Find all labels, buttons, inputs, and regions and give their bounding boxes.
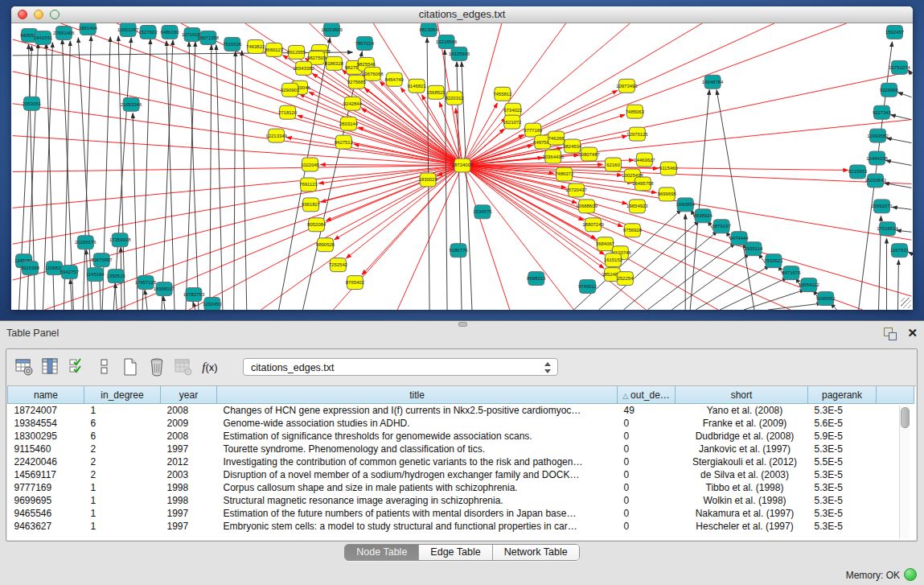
graph-node[interactable]: 12093582 [867, 129, 889, 142]
graph-node[interactable]: 2935114 [745, 242, 763, 256]
graph-node[interactable]: 5942757 [60, 266, 80, 279]
table-row[interactable]: 1938455462009Genome-wide association stu… [8, 417, 914, 430]
tab-network-table[interactable]: Network Table [493, 545, 579, 560]
graph-node[interactable]: 17016514 [877, 222, 898, 236]
graph-node[interactable]: 16671358 [198, 31, 220, 44]
graph-node[interactable]: 8427512 [335, 135, 354, 149]
graph-node[interactable]: 9699695 [658, 187, 677, 201]
graph-node[interactable]: 9361827 [302, 198, 321, 212]
graph-node[interactable]: 9756928 [623, 224, 643, 237]
graph-node[interactable]: 7691123 [299, 178, 318, 192]
graph-node[interactable]: 9890526 [316, 238, 335, 252]
graph-node[interactable]: 14463627 [634, 153, 655, 167]
graph-node[interactable]: 16210643 [864, 174, 886, 187]
graph-node[interactable]: 19218596 [436, 35, 458, 48]
graph-node[interactable]: 7455812 [493, 87, 512, 101]
table-scrollbar[interactable] [899, 406, 910, 538]
graph-node[interactable]: 17359928 [109, 233, 131, 247]
column-header-short[interactable]: short [676, 386, 808, 404]
function-builder-icon[interactable]: f(x) [199, 356, 221, 378]
graph-node[interactable]: 252254 [617, 272, 634, 286]
column-header-pagerank[interactable]: pagerank [808, 386, 877, 404]
table-row[interactable]: 1456911722003Disruption of a novel membe… [8, 468, 914, 481]
graph-node[interactable]: 8471676 [782, 266, 801, 280]
graph-node[interactable]: 1941551 [34, 31, 53, 44]
graph-node[interactable]: 16648784 [702, 75, 724, 89]
graph-node[interactable]: 2718120 [278, 105, 298, 119]
graph-node[interactable]: 1145194 [86, 268, 105, 282]
graph-node[interactable]: 1621072 [503, 115, 522, 129]
graph-node[interactable]: 62160 [606, 158, 622, 171]
graph-node[interactable]: 12444158 [866, 151, 888, 165]
graph-node[interactable]: 12975125 [626, 127, 648, 141]
graph-node[interactable]: 1167533 [890, 244, 909, 257]
graph-node[interactable]: 7857224 [355, 36, 375, 50]
network-window-titlebar[interactable]: citations_edges.txt [11, 6, 913, 23]
graph-node[interactable]: 3915368 [21, 262, 40, 275]
graph-node[interactable]: 1292450 [203, 298, 222, 310]
graph-node[interactable]: 8215953 [848, 165, 868, 179]
graph-node[interactable]: 1830029 [418, 173, 437, 187]
graph-node[interactable]: 8660123 [265, 43, 284, 56]
graph-node[interactable]: 2053051 [23, 97, 42, 110]
graph-node[interactable]: 18807249 [582, 218, 604, 232]
graph-node[interactable]: 1534575 [473, 205, 492, 219]
graph-node[interactable]: 7463822 [246, 39, 265, 53]
import-table-icon[interactable] [172, 356, 195, 378]
graph-node[interactable]: 3824534 [563, 139, 582, 153]
merge-columns-icon[interactable] [92, 356, 115, 378]
graph-node[interactable]: 21053346 [121, 97, 142, 111]
hub-node[interactable]: 18724007 [452, 159, 474, 172]
table-row[interactable]: 2242004622012Investigating the contribut… [8, 455, 914, 468]
window-resize-grip[interactable] [901, 298, 911, 308]
graph-node[interactable]: 16958107 [154, 282, 175, 296]
graph-node[interactable]: 20206576 [75, 236, 97, 249]
graph-node[interactable]: 9242844 [343, 97, 363, 110]
graph-node[interactable]: 15720437 [565, 183, 587, 197]
graph-node[interactable]: 15692071 [871, 200, 893, 213]
graph-node[interactable]: 9186776 [449, 244, 468, 257]
tab-edge-table[interactable]: Edge Table [419, 545, 492, 560]
graph-node[interactable]: 10654112 [799, 278, 820, 292]
graph-node[interactable]: 15751074 [889, 60, 910, 74]
graph-node[interactable]: 10807487 [578, 147, 600, 161]
graph-node[interactable]: 8813054 [419, 23, 438, 36]
graph-node[interactable]: 9245652 [816, 292, 836, 306]
graph-node[interactable]: 1592457 [885, 25, 905, 39]
graph-node[interactable]: 6734022 [503, 103, 523, 117]
graph-node[interactable]: 746266 [548, 131, 565, 145]
graph-node[interactable]: 8186328 [325, 56, 344, 70]
graph-node[interactable]: 8938924 [694, 209, 713, 223]
graph-node[interactable]: 6486160 [160, 25, 179, 39]
graph-node[interactable]: 10653287 [117, 23, 139, 36]
table-row[interactable]: 946554611997Estimation of the future num… [8, 507, 914, 520]
table-row[interactable]: 977716911998Corpus callosum shape and si… [8, 481, 914, 494]
column-header-year[interactable]: year [161, 386, 217, 404]
graph-node[interactable]: 1568520 [426, 85, 446, 99]
column-header-outde[interactable]: △out_de… [618, 386, 676, 404]
graph-node[interactable]: 9777169 [524, 123, 543, 137]
graph-node[interactable]: 16495758 [632, 177, 654, 191]
network-canvas[interactable]: 9405572194155127691406168140410653287152… [11, 23, 913, 310]
column-header-indegree[interactable]: in_degree [84, 386, 161, 404]
delete-table-icon[interactable] [146, 356, 168, 378]
graph-node[interactable]: 9290901 [281, 83, 300, 97]
graph-node[interactable]: 7486372 [555, 167, 574, 181]
graph-node[interactable]: 10973493 [616, 79, 638, 93]
graph-node[interactable]: 6879197 [712, 220, 731, 233]
graph-node[interactable]: 23676068 [362, 67, 384, 80]
table-row[interactable]: 969969511998Structural magnetic resonanc… [8, 494, 914, 507]
close-panel-icon[interactable]: ✕ [907, 326, 918, 340]
graph-node[interactable]: 9275685 [347, 75, 367, 89]
graph-node[interactable]: 8912955 [287, 45, 306, 59]
graph-node[interactable]: 16543382 [293, 61, 314, 75]
column-header-title[interactable]: title [217, 386, 618, 404]
graph-node[interactable]: 9146821 [408, 79, 427, 93]
tab-node-table[interactable]: Node Table [345, 545, 419, 560]
graph-node[interactable]: 18325906 [449, 47, 470, 60]
table-scrollbar-thumb[interactable] [901, 407, 910, 428]
graph-node[interactable]: 8454749 [385, 72, 405, 86]
column-header-name[interactable]: name [8, 386, 84, 404]
graph-node[interactable]: 9227343 [873, 105, 892, 119]
table-row[interactable]: 1830029562008Estimation of significance … [8, 430, 914, 443]
